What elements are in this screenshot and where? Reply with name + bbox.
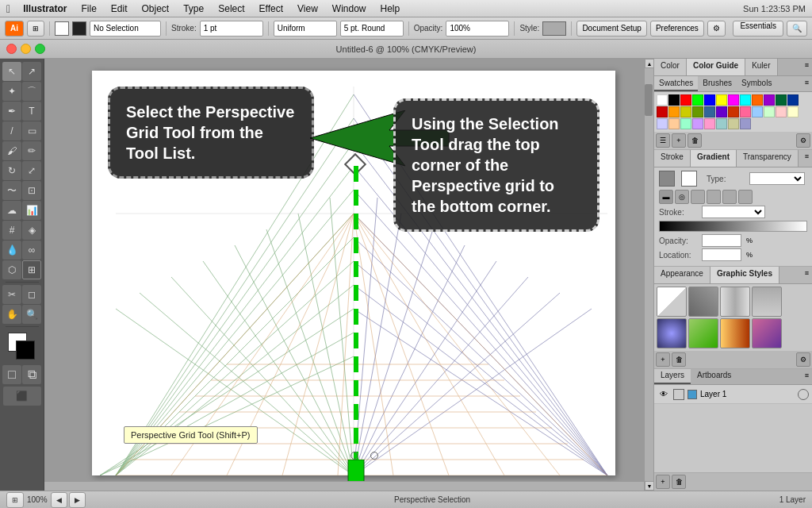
scale-tool[interactable]: ⤢ — [22, 161, 41, 180]
maximize-button[interactable] — [35, 44, 45, 54]
swatch-item[interactable] — [728, 94, 739, 106]
color-panel-menu[interactable]: ≡ — [802, 59, 812, 75]
swatch-item[interactable] — [787, 94, 799, 106]
stroke-color-box[interactable] — [55, 21, 69, 36]
zoom-tool[interactable]: 🔍 — [22, 305, 41, 324]
gs-new-icon[interactable]: + — [656, 352, 670, 367]
swatch-options-icon[interactable]: ⚙ — [796, 133, 810, 148]
fill-color-box[interactable] — [72, 21, 86, 36]
graphic-style-item[interactable] — [752, 318, 782, 348]
mesh-tool[interactable]: # — [2, 221, 21, 240]
linear-gradient-icon[interactable]: ▬ — [659, 190, 673, 204]
swatch-view-options[interactable]: ⚙ — [796, 133, 810, 148]
gradient-type-select[interactable] — [749, 172, 805, 185]
gs-menu-icon[interactable]: ⚙ — [796, 352, 810, 367]
graphic-style-item[interactable] — [657, 318, 687, 348]
lasso-tool[interactable]: ⌒ — [22, 82, 41, 101]
graphic-style-item[interactable] — [720, 287, 750, 317]
menu-object[interactable]: Object — [136, 2, 176, 16]
pencil-tool[interactable]: ✏ — [22, 141, 41, 160]
scroll-down-btn[interactable]: ▼ — [645, 481, 653, 491]
layer-delete-icon[interactable]: 🗑 — [672, 475, 686, 489]
swatch-item[interactable] — [692, 118, 703, 129]
gradient-stroke-select[interactable] — [702, 206, 765, 218]
layer-new-icon[interactable]: + — [656, 475, 670, 489]
tab-transparency[interactable]: Transparency — [737, 150, 799, 167]
swatch-item[interactable] — [740, 118, 751, 129]
swatch-item[interactable] — [752, 106, 763, 117]
layers-panel-menu[interactable]: ≡ — [802, 369, 812, 384]
swatch-item[interactable] — [657, 118, 668, 129]
stroke-cap-select[interactable]: 5 pt. Round — [340, 21, 404, 37]
menu-file[interactable]: File — [75, 2, 102, 16]
menu-edit[interactable]: Edit — [105, 2, 134, 16]
column-graph-tool[interactable]: 📊 — [22, 201, 41, 220]
swatches-panel-menu[interactable]: ≡ — [802, 76, 812, 91]
layer-lock-toggle[interactable] — [673, 389, 684, 400]
swatch-item[interactable] — [776, 94, 787, 106]
swatch-delete-icon[interactable]: 🗑 — [688, 133, 702, 148]
swatch-item[interactable] — [787, 106, 799, 117]
radial-gradient-icon[interactable]: ◎ — [675, 190, 689, 204]
stroke-style-select[interactable]: Uniform — [274, 21, 337, 37]
menu-help[interactable]: Help — [374, 2, 407, 16]
gs-options-icon[interactable]: ⚙ — [796, 352, 810, 367]
menu-type[interactable]: Type — [177, 2, 210, 16]
minimize-button[interactable] — [21, 44, 31, 54]
hand-tool[interactable]: ✋ — [2, 305, 21, 324]
tab-graphic-styles[interactable]: Graphic Styles — [710, 267, 779, 283]
workspace-btn[interactable]: ⊞ — [27, 21, 44, 37]
tab-symbols[interactable]: Symbols — [737, 76, 776, 91]
graphic-style-item[interactable] — [688, 318, 718, 348]
swatch-item[interactable] — [728, 118, 739, 129]
status-page-btn[interactable]: ⊞ — [6, 492, 24, 508]
vertical-scrollbar[interactable]: ▲ ▼ — [644, 59, 653, 491]
tab-appearance[interactable]: Appearance — [654, 267, 710, 283]
swatch-item[interactable] — [776, 106, 787, 117]
gradient-option-3[interactable] — [691, 190, 705, 204]
tab-color-guide[interactable]: Color Guide — [687, 59, 745, 75]
live-paint-tool[interactable]: ⬡ — [2, 260, 21, 279]
layer-visibility-toggle[interactable]: 👁 — [657, 388, 670, 401]
tab-gradient[interactable]: Gradient — [691, 150, 737, 167]
workspace-options-btn[interactable]: ⚙ — [707, 21, 726, 37]
gradient-tool[interactable]: ◈ — [22, 221, 41, 240]
swatch-item[interactable] — [716, 94, 727, 106]
menu-effect[interactable]: Effect — [253, 2, 289, 16]
type-tool[interactable]: T — [22, 102, 41, 121]
stroke-color-indicator[interactable] — [16, 341, 35, 360]
menu-view[interactable]: View — [291, 2, 324, 16]
rotate-tool[interactable]: ↻ — [2, 161, 21, 180]
style-color[interactable] — [542, 21, 566, 36]
normal-mode[interactable]: □ — [2, 365, 21, 384]
swatch-item[interactable] — [657, 94, 668, 106]
tab-kuler[interactable]: Kuler — [745, 59, 777, 75]
control-point-left[interactable] — [350, 452, 358, 460]
swatch-item[interactable] — [668, 118, 680, 129]
gradient-location-input[interactable] — [702, 248, 741, 261]
pen-tool[interactable]: ✒ — [2, 102, 21, 121]
swatch-item[interactable] — [668, 94, 680, 106]
swatch-item[interactable] — [740, 106, 751, 117]
swatch-item[interactable] — [680, 94, 691, 106]
fullscreen-mode[interactable]: ⬛ — [3, 387, 41, 406]
eraser-tool[interactable]: ◻ — [22, 285, 41, 304]
control-point-right[interactable] — [370, 452, 378, 460]
gradient-option-5[interactable] — [722, 190, 737, 204]
gradient-opacity-input[interactable] — [702, 234, 741, 247]
swatch-item[interactable] — [740, 94, 751, 106]
search-btn[interactable]: 🔍 — [787, 21, 807, 37]
direct-selection-tool[interactable]: ↗ — [22, 62, 41, 81]
graphic-style-item[interactable] — [688, 287, 718, 317]
opacity-input[interactable]: 100% — [446, 21, 509, 37]
close-button[interactable] — [6, 44, 17, 54]
swatch-item[interactable] — [657, 106, 668, 117]
symbol-sprayer-tool[interactable]: ☁ — [2, 201, 21, 220]
swatch-item[interactable] — [716, 106, 727, 117]
swatch-item[interactable] — [668, 106, 680, 117]
horizontal-scrollbar[interactable] — [44, 481, 644, 491]
free-transform-tool[interactable]: ⊡ — [22, 181, 41, 200]
line-tool[interactable]: / — [2, 121, 21, 140]
swatch-item[interactable] — [704, 118, 715, 129]
gradient-bar[interactable] — [659, 221, 807, 232]
